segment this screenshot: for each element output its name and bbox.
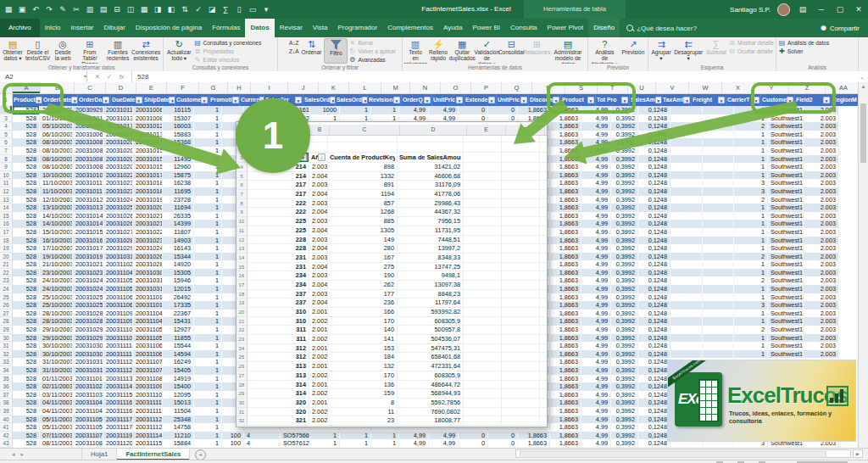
excel-icon[interactable]: ▦ (3, 5, 14, 14)
cell-ab24[interactable] (839, 285, 858, 293)
row-header-23[interactable]: 23 (0, 276, 13, 285)
overlay-cell[interactable]: 140 (328, 326, 398, 335)
sheet-nav-right-icon[interactable]: ▸ (21, 451, 25, 458)
cell-d13[interactable]: 20031024 (103, 196, 133, 204)
table-header-q[interactable]: Discoun▼ (529, 94, 561, 106)
overlay-cell[interactable] (464, 381, 502, 390)
cell-s22[interactable]: 1,8663 (550, 269, 581, 277)
overlay-cell[interactable] (464, 226, 502, 236)
overlay-column-header-c[interactable]: C (330, 125, 400, 135)
row-header-1[interactable]: 1 (0, 94, 13, 106)
cell-y17[interactable]: 1 (734, 228, 768, 237)
cell-e15[interactable]: 20031021 (133, 212, 163, 220)
column-header-h[interactable]: H (228, 82, 251, 93)
cell-t29[interactable]: 4,99 (581, 326, 611, 334)
overlay-row-header-17[interactable]: 17 (236, 281, 248, 290)
cell-p42[interactable]: 0 (459, 432, 488, 440)
cell-d19[interactable]: 20031029 (103, 244, 133, 253)
cell-y22[interactable]: 1 (734, 269, 768, 277)
overlay-header-año[interactable]: Año↓ (309, 153, 328, 163)
filter-dropdown-icon[interactable]: ▼ (136, 97, 142, 103)
cell-u3[interactable]: 0,3992 (611, 114, 638, 123)
overlay-cell[interactable] (540, 353, 548, 362)
overlay-cell[interactable]: 8 (328, 399, 398, 408)
cell-k42[interactable]: 1 (310, 432, 340, 440)
cell-c19[interactable]: 20031017 (73, 244, 103, 253)
cell-c28[interactable]: 20031028 (73, 317, 103, 326)
overlay-cell[interactable] (502, 371, 540, 381)
cell-b9[interactable]: 08/10/2003 (40, 163, 73, 171)
button-ordenar[interactable]: ⇅Ordenar (300, 38, 324, 64)
cell-aa21[interactable]: 2.003 (804, 260, 839, 269)
freeze-icon[interactable]: ◧ (166, 5, 176, 14)
cell-w4[interactable] (670, 122, 703, 131)
overlay-row-header-24[interactable]: 24 (236, 344, 248, 354)
cell-d8[interactable]: 20031020 (103, 155, 133, 164)
cell-x9[interactable] (703, 163, 734, 171)
column-header-o[interactable]: O (441, 82, 471, 93)
cell-s18[interactable]: 1,8663 (550, 237, 581, 245)
button-conexiones-existentes[interactable]: ⇄Conexionesexistentes (131, 38, 161, 64)
overlay-cell[interactable] (502, 344, 540, 354)
overlay-cell[interactable] (464, 371, 502, 381)
cell-b37[interactable]: 03/11/2003 (40, 391, 73, 399)
overlay-cell[interactable] (502, 326, 540, 335)
cell-x28[interactable] (703, 317, 734, 326)
sheet-tab-hoja1[interactable]: Hoja1 (81, 449, 117, 460)
overlay-cell[interactable]: 2.002 (309, 408, 328, 417)
overlay-cell[interactable]: 2.003 (309, 217, 328, 226)
cell-e42[interactable]: 20031114 (133, 432, 163, 440)
overlay-cell[interactable] (464, 244, 502, 254)
cell-d32[interactable]: 20031111 (103, 350, 133, 359)
overlay-cell[interactable] (540, 408, 548, 417)
cell-ab12[interactable] (839, 187, 858, 196)
cell-a13[interactable]: 528 (13, 196, 40, 204)
overlay-row-header-29[interactable]: 29 (236, 389, 248, 399)
cell-u13[interactable]: 0,3992 (611, 196, 638, 204)
cell-d35[interactable]: 20031113 (103, 375, 133, 383)
overlay-cell[interactable] (540, 362, 548, 371)
overlay-cell[interactable] (464, 416, 502, 426)
cell-d23[interactable]: 20031105 (103, 276, 133, 285)
cell-f19[interactable]: 16143 (163, 244, 194, 253)
overlay-cell[interactable]: 41778,06 (398, 190, 464, 199)
cell-x32[interactable] (703, 350, 734, 359)
overlay-cell[interactable]: 7448,51 (398, 236, 464, 245)
overlay-cell[interactable] (464, 190, 502, 199)
horizontal-scrollbar[interactable] (515, 449, 851, 458)
formula-input[interactable]: 528 (132, 73, 856, 81)
cell-e40[interactable]: 20031112 (133, 416, 163, 424)
copy-icon[interactable]: ▥ (85, 5, 95, 14)
overlay-cell[interactable]: 320 (248, 408, 309, 417)
cell-c3[interactable]: 20031001 (73, 114, 103, 123)
cell-c2[interactable]: 20030929 (73, 106, 103, 114)
overlay-cell[interactable] (502, 172, 540, 181)
button-consolidar[interactable]: ⊟Consolidar (499, 38, 524, 64)
cell-g16[interactable]: 1 (194, 220, 222, 228)
qat-more-icon[interactable]: ▾ (261, 5, 271, 14)
overlay-cell[interactable]: 2.001 (309, 326, 328, 335)
cell-c29[interactable]: 20031029 (73, 326, 103, 334)
column-header-t[interactable]: T (598, 82, 628, 93)
cell-y27[interactable]: 1 (734, 310, 768, 318)
cell-v36[interactable]: 0,1248 (638, 382, 670, 391)
cell-g39[interactable]: 1 (194, 407, 222, 416)
cell-a6[interactable]: 528 (13, 138, 40, 147)
cell-t32[interactable]: 4,99 (581, 350, 611, 359)
cell-ab7[interactable] (839, 147, 858, 155)
row-header-9[interactable]: 9 (0, 163, 13, 171)
overlay-cell[interactable]: 46606,68 (398, 172, 464, 181)
column-header-s[interactable]: S (565, 82, 598, 93)
overlay-cell[interactable] (502, 335, 540, 344)
cell-t6[interactable]: 4,99 (581, 138, 611, 147)
row-header-5[interactable]: 5 (0, 131, 13, 139)
cell-c8[interactable]: 20031008 (73, 155, 103, 164)
cell-f30[interactable]: 11855 (163, 334, 194, 343)
overlay-cell[interactable] (464, 353, 502, 362)
cell-ab18[interactable] (839, 237, 858, 245)
overlay-cell[interactable] (540, 181, 548, 190)
cell-b30[interactable]: 29/10/2003 (40, 334, 73, 343)
cell-x30[interactable] (703, 334, 734, 343)
overlay-cell[interactable] (540, 389, 548, 399)
cell-z18[interactable]: Southwest1 (768, 237, 804, 245)
